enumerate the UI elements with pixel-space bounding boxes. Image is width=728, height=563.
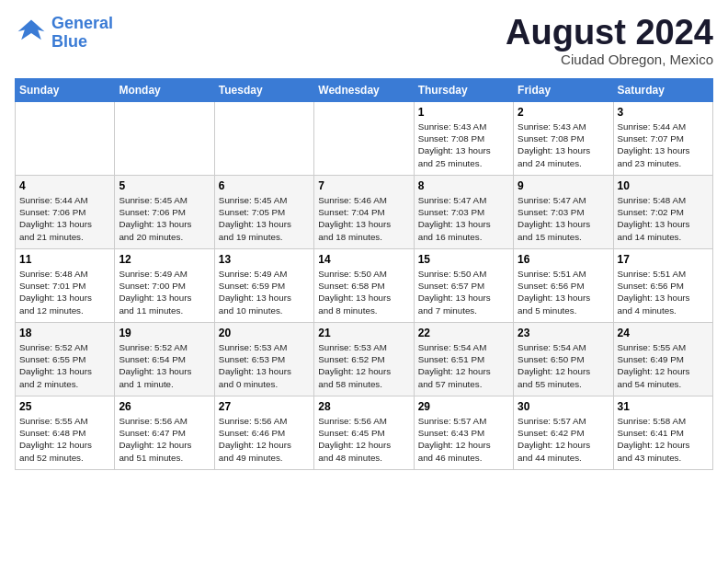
day-number: 2 bbox=[518, 106, 609, 119]
cell-info: and 43 minutes. bbox=[618, 452, 709, 464]
day-header-wednesday: Wednesday bbox=[314, 79, 414, 102]
cell-info: and 4 minutes. bbox=[618, 304, 709, 316]
cell-info: Sunset: 6:52 PM bbox=[318, 353, 409, 365]
calendar-cell: 2Sunrise: 5:43 AMSunset: 7:08 PMDaylight… bbox=[514, 102, 613, 176]
logo-text: General Blue bbox=[51, 15, 113, 52]
cell-info: Daylight: 12 hours bbox=[518, 439, 609, 451]
calendar-cell: 4Sunrise: 5:44 AMSunset: 7:06 PMDaylight… bbox=[16, 176, 115, 249]
day-number: 1 bbox=[418, 106, 509, 119]
calendar-header-row: SundayMondayTuesdayWednesdayThursdayFrid… bbox=[16, 79, 713, 102]
cell-info: Sunrise: 5:55 AM bbox=[618, 341, 709, 353]
day-number: 13 bbox=[219, 253, 310, 266]
cell-info: and 1 minute. bbox=[119, 378, 210, 390]
calendar-cell bbox=[314, 102, 414, 176]
calendar-cell: 27Sunrise: 5:56 AMSunset: 6:46 PMDayligh… bbox=[214, 396, 313, 470]
cell-info: and 10 minutes. bbox=[219, 304, 310, 316]
day-number: 21 bbox=[318, 327, 409, 339]
cell-info: Sunset: 6:49 PM bbox=[618, 353, 709, 365]
cell-info: and 16 minutes. bbox=[418, 231, 509, 243]
day-number: 20 bbox=[219, 327, 310, 339]
calendar-cell: 17Sunrise: 5:51 AMSunset: 6:56 PMDayligh… bbox=[613, 249, 712, 323]
cell-info: Daylight: 12 hours bbox=[618, 439, 709, 451]
cell-info: Sunset: 6:59 PM bbox=[219, 280, 310, 292]
calendar-cell: 15Sunrise: 5:50 AMSunset: 6:57 PMDayligh… bbox=[414, 249, 513, 323]
day-number: 30 bbox=[518, 400, 609, 413]
cell-info: Daylight: 13 hours bbox=[219, 365, 310, 377]
day-number: 16 bbox=[518, 253, 609, 266]
cell-info: Sunrise: 5:55 AM bbox=[19, 415, 110, 427]
cell-info: Daylight: 12 hours bbox=[119, 439, 210, 451]
cell-info: Sunset: 7:03 PM bbox=[418, 206, 509, 218]
cell-info: Daylight: 13 hours bbox=[219, 218, 310, 230]
calendar-cell: 7Sunrise: 5:46 AMSunset: 7:04 PMDaylight… bbox=[314, 176, 414, 249]
cell-info: Sunrise: 5:56 AM bbox=[119, 415, 210, 427]
day-number: 9 bbox=[518, 179, 609, 192]
cell-info: and 5 minutes. bbox=[518, 304, 609, 316]
calendar-cell: 26Sunrise: 5:56 AMSunset: 6:47 PMDayligh… bbox=[115, 396, 214, 470]
cell-info: Sunset: 6:54 PM bbox=[119, 353, 210, 365]
calendar-cell: 5Sunrise: 5:45 AMSunset: 7:06 PMDaylight… bbox=[115, 176, 214, 249]
cell-info: Sunrise: 5:56 AM bbox=[318, 415, 409, 427]
day-number: 11 bbox=[19, 253, 110, 266]
cell-info: Sunset: 7:06 PM bbox=[19, 206, 110, 218]
cell-info: and 57 minutes. bbox=[418, 378, 509, 390]
cell-info: Sunrise: 5:47 AM bbox=[518, 194, 609, 206]
cell-info: Sunrise: 5:56 AM bbox=[219, 415, 310, 427]
day-header-tuesday: Tuesday bbox=[214, 79, 313, 102]
cell-info: Daylight: 12 hours bbox=[318, 439, 409, 451]
cell-info: Sunrise: 5:47 AM bbox=[418, 194, 509, 206]
cell-info: and 0 minutes. bbox=[219, 378, 310, 390]
cell-info: Sunset: 6:46 PM bbox=[219, 427, 310, 439]
cell-info: Daylight: 13 hours bbox=[318, 292, 409, 304]
day-header-thursday: Thursday bbox=[414, 79, 513, 102]
cell-info: Daylight: 13 hours bbox=[518, 218, 609, 230]
cell-info: Sunrise: 5:45 AM bbox=[119, 194, 210, 206]
calendar-cell: 6Sunrise: 5:45 AMSunset: 7:05 PMDaylight… bbox=[214, 176, 313, 249]
cell-info: and 20 minutes. bbox=[119, 231, 210, 243]
day-number: 10 bbox=[618, 179, 709, 192]
cell-info: Sunrise: 5:54 AM bbox=[418, 341, 509, 353]
cell-info: Sunset: 6:43 PM bbox=[418, 427, 509, 439]
calendar-week-row: 25Sunrise: 5:55 AMSunset: 6:48 PMDayligh… bbox=[16, 396, 713, 470]
cell-info: Daylight: 12 hours bbox=[518, 365, 609, 377]
cell-info: Sunset: 7:00 PM bbox=[119, 280, 210, 292]
cell-info: and 54 minutes. bbox=[618, 378, 709, 390]
cell-info: Sunrise: 5:48 AM bbox=[618, 194, 709, 206]
cell-info: Sunrise: 5:53 AM bbox=[219, 341, 310, 353]
cell-info: and 44 minutes. bbox=[518, 452, 609, 464]
cell-info: Sunrise: 5:49 AM bbox=[119, 268, 210, 280]
calendar-cell: 1Sunrise: 5:43 AMSunset: 7:08 PMDaylight… bbox=[414, 102, 513, 176]
cell-info: Sunset: 7:03 PM bbox=[518, 206, 609, 218]
cell-info: and 25 minutes. bbox=[418, 157, 509, 169]
day-number: 12 bbox=[119, 253, 210, 266]
cell-info: Sunset: 7:08 PM bbox=[518, 132, 609, 144]
cell-info: Daylight: 13 hours bbox=[119, 365, 210, 377]
cell-info: Sunset: 6:45 PM bbox=[318, 427, 409, 439]
title-block: August 2024 Ciudad Obregon, Mexico bbox=[506, 15, 713, 67]
cell-info: Daylight: 13 hours bbox=[518, 292, 609, 304]
cell-info: Sunset: 7:01 PM bbox=[19, 280, 110, 292]
calendar-week-row: 1Sunrise: 5:43 AMSunset: 7:08 PMDaylight… bbox=[16, 102, 713, 176]
day-number: 23 bbox=[518, 327, 609, 339]
cell-info: Sunset: 6:51 PM bbox=[418, 353, 509, 365]
calendar-cell: 8Sunrise: 5:47 AMSunset: 7:03 PMDaylight… bbox=[414, 176, 513, 249]
cell-info: Daylight: 13 hours bbox=[618, 292, 709, 304]
cell-info: Sunrise: 5:52 AM bbox=[119, 341, 210, 353]
cell-info: Sunrise: 5:51 AM bbox=[618, 268, 709, 280]
cell-info: and 52 minutes. bbox=[19, 452, 110, 464]
cell-info: Daylight: 13 hours bbox=[19, 218, 110, 230]
cell-info: Daylight: 12 hours bbox=[418, 439, 509, 451]
cell-info: Sunrise: 5:50 AM bbox=[418, 268, 509, 280]
calendar-cell: 9Sunrise: 5:47 AMSunset: 7:03 PMDaylight… bbox=[514, 176, 613, 249]
calendar-cell bbox=[214, 102, 313, 176]
calendar-cell bbox=[115, 102, 214, 176]
cell-info: and 49 minutes. bbox=[219, 452, 310, 464]
day-number: 19 bbox=[119, 327, 210, 339]
cell-info: Daylight: 13 hours bbox=[618, 218, 709, 230]
calendar-cell: 11Sunrise: 5:48 AMSunset: 7:01 PMDayligh… bbox=[16, 249, 115, 323]
day-number: 29 bbox=[418, 400, 509, 413]
day-number: 4 bbox=[19, 179, 110, 192]
cell-info: and 24 minutes. bbox=[518, 157, 609, 169]
calendar-week-row: 4Sunrise: 5:44 AMSunset: 7:06 PMDaylight… bbox=[16, 176, 713, 249]
calendar-cell: 10Sunrise: 5:48 AMSunset: 7:02 PMDayligh… bbox=[613, 176, 712, 249]
